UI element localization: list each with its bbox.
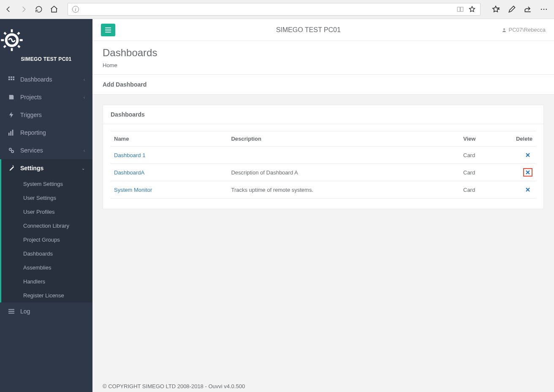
subnav-item-project-groups[interactable]: Project Groups bbox=[1, 233, 92, 247]
th-description[interactable]: Description bbox=[228, 131, 460, 147]
page-title: Dashboards bbox=[103, 47, 544, 59]
svg-rect-7 bbox=[1, 39, 4, 41]
svg-rect-6 bbox=[11, 48, 13, 51]
subnav-item-register-license[interactable]: Register License bbox=[1, 289, 92, 302]
svg-rect-20 bbox=[10, 131, 11, 136]
more-icon[interactable] bbox=[540, 5, 548, 14]
breadcrumb[interactable]: Home bbox=[103, 62, 544, 68]
sidebar-item-reporting[interactable]: Reporting bbox=[0, 124, 92, 142]
svg-rect-17 bbox=[11, 79, 12, 80]
subnav-item-user-settings[interactable]: User Settings bbox=[1, 191, 92, 205]
subnav-item-handlers[interactable]: Handlers bbox=[1, 275, 92, 289]
action-bar: Add Dashboard bbox=[92, 75, 554, 95]
svg-rect-29 bbox=[105, 32, 111, 33]
svg-rect-13 bbox=[8, 76, 10, 78]
delete-button[interactable] bbox=[523, 151, 532, 159]
info-icon: i bbox=[72, 6, 79, 13]
sidebar-item-projects[interactable]: Projects‹ bbox=[0, 88, 92, 106]
services-icon bbox=[8, 147, 15, 153]
svg-rect-15 bbox=[13, 76, 15, 78]
dashboard-link[interactable]: Dashboard 1 bbox=[114, 152, 145, 158]
subnav-item-system-settings[interactable]: System Settings bbox=[1, 177, 92, 191]
hamburger-icon bbox=[105, 27, 111, 33]
browser-refresh-button[interactable] bbox=[34, 4, 44, 14]
sidebar-item-log[interactable]: Log bbox=[0, 302, 92, 320]
table-row: DashboardADescription of Dashboard ACard bbox=[111, 164, 536, 181]
reading-mode-icon[interactable] bbox=[456, 5, 464, 13]
sidebar-item-services[interactable]: Services‹ bbox=[0, 142, 92, 159]
topbar-user[interactable]: PC07\Rebecca bbox=[502, 27, 546, 33]
browser-forward-button[interactable] bbox=[19, 4, 29, 14]
subnav-item-dashboards[interactable]: Dashboards bbox=[1, 247, 92, 261]
subnav-item-assemblies[interactable]: Assemblies bbox=[1, 261, 92, 275]
svg-rect-11 bbox=[17, 32, 20, 35]
hamburger-button[interactable] bbox=[101, 24, 115, 36]
table-row: Dashboard 1Card bbox=[111, 147, 536, 164]
th-delete[interactable]: Delete bbox=[502, 131, 536, 147]
svg-rect-8 bbox=[20, 39, 23, 41]
svg-rect-18 bbox=[13, 79, 15, 80]
table-row: System MonitorTracks uptime of remote sy… bbox=[111, 181, 536, 199]
delete-button[interactable] bbox=[523, 185, 532, 194]
dashboard-description bbox=[228, 147, 460, 164]
svg-rect-21 bbox=[12, 130, 14, 136]
svg-rect-16 bbox=[8, 79, 10, 80]
browser-chrome: i bbox=[0, 0, 554, 19]
topbar: SIMEGO TEST PC01 PC07\Rebecca bbox=[92, 19, 554, 41]
favorites-icon[interactable] bbox=[492, 5, 500, 14]
sidebar-item-triggers[interactable]: Triggers bbox=[0, 106, 92, 124]
browser-home-button[interactable] bbox=[49, 4, 59, 14]
star-icon[interactable] bbox=[468, 5, 476, 13]
brand-logo-icon bbox=[0, 28, 24, 52]
sidebar-item-label: Triggers bbox=[20, 112, 85, 118]
svg-point-22 bbox=[9, 148, 11, 150]
sidebar-nav: Dashboards‹Projects‹TriggersReportingSer… bbox=[0, 71, 92, 320]
svg-rect-10 bbox=[17, 45, 20, 48]
sidebar-item-settings[interactable]: Settings⌄ bbox=[0, 159, 92, 177]
topbar-title: SIMEGO TEST PC01 bbox=[115, 26, 502, 34]
svg-rect-24 bbox=[8, 309, 14, 310]
projects-icon bbox=[8, 94, 15, 100]
svg-point-2 bbox=[541, 9, 542, 10]
notes-icon[interactable] bbox=[508, 5, 516, 14]
svg-point-23 bbox=[11, 150, 14, 152]
settings-subnav: System SettingsUser SettingsUser Profile… bbox=[0, 177, 92, 302]
log-icon bbox=[8, 308, 15, 314]
dashboards-table: Name Description View Delete Dashboard 1… bbox=[111, 131, 536, 199]
dashboard-view: Card bbox=[460, 147, 502, 164]
delete-button[interactable] bbox=[523, 168, 532, 177]
chevron-down-icon: ⌄ bbox=[81, 166, 85, 171]
page-header: Dashboards Home bbox=[92, 41, 554, 75]
subnav-item-user-profiles[interactable]: User Profiles bbox=[1, 205, 92, 219]
browser-back-button[interactable] bbox=[3, 4, 14, 14]
svg-point-3 bbox=[543, 9, 545, 10]
add-dashboard-link[interactable]: Add Dashboard bbox=[103, 81, 147, 88]
subnav-item-connection-library[interactable]: Connection Library bbox=[1, 219, 92, 233]
dashboard-link[interactable]: System Monitor bbox=[114, 187, 152, 193]
sidebar-item-label: Services bbox=[20, 147, 84, 154]
brand: SIMEGO TEST PC01 bbox=[0, 19, 92, 69]
dashboard-link[interactable]: DashboardA bbox=[114, 169, 144, 176]
user-icon bbox=[502, 27, 507, 33]
dashboard-description: Tracks uptime of remote systems. bbox=[228, 181, 460, 199]
chevron-left-icon: ‹ bbox=[84, 95, 85, 100]
settings-icon bbox=[8, 165, 15, 171]
brand-name: SIMEGO TEST PC01 bbox=[0, 56, 92, 62]
svg-point-30 bbox=[503, 28, 505, 30]
footer-text: © COPYRIGHT SIMEGO LTD 2008-2018 - Ouvvi… bbox=[92, 379, 554, 392]
chevron-left-icon: ‹ bbox=[84, 148, 85, 153]
th-view[interactable]: View bbox=[460, 131, 502, 147]
sidebar-item-dashboards[interactable]: Dashboards‹ bbox=[0, 71, 92, 88]
svg-point-4 bbox=[546, 9, 547, 10]
user-label: PC07\Rebecca bbox=[509, 27, 546, 33]
th-name[interactable]: Name bbox=[111, 131, 228, 147]
sidebar: SIMEGO TEST PC01 Dashboards‹Projects‹Tri… bbox=[0, 19, 92, 392]
sidebar-item-label: Log bbox=[20, 308, 85, 315]
share-icon[interactable] bbox=[524, 5, 532, 14]
svg-rect-27 bbox=[105, 27, 111, 28]
url-bar[interactable]: i bbox=[68, 3, 481, 16]
sidebar-item-label: Projects bbox=[20, 94, 84, 101]
sidebar-item-label: Settings bbox=[20, 165, 81, 172]
url-input[interactable] bbox=[83, 6, 452, 13]
main-area: SIMEGO TEST PC01 PC07\Rebecca Dashboards… bbox=[92, 19, 554, 392]
